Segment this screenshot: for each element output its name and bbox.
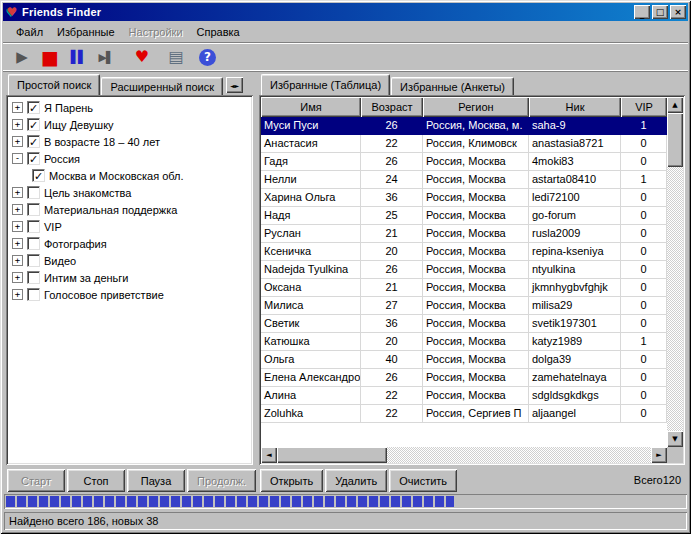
expand-toggle-icon[interactable]: + [12, 238, 23, 249]
close-button[interactable]: × [670, 5, 686, 19]
table-row[interactable]: Светик 36 Россия, Москва svetik197301 0 [261, 315, 667, 333]
horizontal-scrollbar[interactable]: ◄ ► [261, 447, 667, 463]
table-row[interactable]: Муси Пуси 26 Россия, Москва, м. saha-9 1 [261, 117, 667, 135]
menubar: Файл Избранные Настройки Справка [3, 22, 688, 42]
checkbox-icon[interactable] [27, 101, 40, 114]
minimize-icon: _ [640, 10, 645, 19]
menu-item[interactable]: Файл [9, 24, 50, 40]
start-search-icon[interactable]: ▶ [11, 46, 33, 68]
column-header[interactable]: Ник [529, 97, 621, 117]
tab-simple-search[interactable]: Простой поиск [8, 74, 100, 95]
table-row[interactable]: Анастасия 22 Россия, Климовск anastasia8… [261, 135, 667, 153]
checkbox-icon[interactable] [27, 135, 40, 148]
pause-search-icon[interactable]: ▌▌ [67, 46, 89, 68]
table-row[interactable]: Нелли 24 Россия, Москва astarta08410 1 [261, 171, 667, 189]
tree-item[interactable]: + Цель знакомства [8, 184, 251, 201]
stop-search-icon[interactable]: ■ [39, 46, 61, 68]
menu-item[interactable]: Справка [190, 24, 247, 40]
table-row[interactable]: Елена Александров 26 Россия, Москва zame… [261, 369, 667, 387]
column-header[interactable]: Регион [423, 97, 529, 117]
tree-item[interactable]: + Ищу Девушку [8, 116, 251, 133]
tree-item[interactable]: + VIP [8, 218, 251, 235]
table-control-button[interactable]: Очистить [389, 469, 457, 492]
checkbox-icon[interactable] [27, 118, 40, 131]
expand-toggle-icon[interactable]: + [12, 136, 23, 147]
menu-item[interactable]: Настройки [122, 24, 190, 40]
table-row[interactable]: Руслан 21 Россия, Москва rusla2009 0 [261, 225, 667, 243]
table-row[interactable]: Nadejda Tyulkina 26 Россия, Москва ntyul… [261, 261, 667, 279]
table-control-button[interactable]: Удалить [325, 469, 387, 492]
column-header[interactable]: VIP [621, 97, 667, 117]
scroll-down-icon[interactable]: ▼ [667, 431, 683, 447]
scroll-right-icon[interactable]: ► [651, 447, 667, 463]
expand-toggle-icon[interactable]: - [12, 153, 23, 164]
tree-item[interactable]: + Видео [8, 252, 251, 269]
horizontal-scroll-thumb[interactable] [277, 447, 387, 463]
profile-form-icon[interactable]: ▤ [165, 46, 187, 68]
checkbox-icon[interactable] [27, 271, 40, 284]
tree-item[interactable]: + Фотография [8, 235, 251, 252]
checkbox-icon[interactable] [27, 203, 40, 216]
menu-item[interactable]: Избранные [50, 24, 122, 40]
table-row[interactable]: Надя 25 Россия, Москва go-forum 0 [261, 207, 667, 225]
expand-toggle-icon[interactable]: + [12, 255, 23, 266]
titlebar: ♥ Friends Finder _ □ × [3, 3, 688, 21]
vertical-scroll-track[interactable] [667, 113, 683, 431]
table-row[interactable]: Ксеничка 20 Россия, Москва repina-kseniy… [261, 243, 667, 261]
search-control-button[interactable]: Старт [7, 469, 65, 492]
column-header[interactable]: Возраст [361, 97, 423, 117]
checkbox-icon[interactable] [27, 254, 40, 267]
vertical-scrollbar[interactable]: ▲ ▼ [667, 97, 683, 447]
table-row[interactable]: Zoluhka 22 Россия, Сергиев П aljaangel 0 [261, 405, 667, 423]
tab-favorites-profiles[interactable]: Избранные (Анкеты) [391, 77, 514, 95]
search-control-button[interactable]: Продолж. [187, 469, 256, 492]
table-row[interactable]: Милиса 27 Россия, Москва milisa29 0 [261, 297, 667, 315]
vertical-scroll-thumb[interactable] [667, 113, 683, 167]
tree-item[interactable]: + Я Парень [8, 99, 251, 116]
tree-item[interactable]: + Голосовое приветствие [8, 286, 251, 303]
table-row[interactable]: Оксана 21 Россия, Москва jkmnhygbvfghjk … [261, 279, 667, 297]
horizontal-scroll-track[interactable] [277, 447, 651, 463]
toolbar: ▶ ■ ▌▌ ▶▌ ♥ ▤ ? [3, 42, 688, 72]
checkbox-icon[interactable] [27, 288, 40, 301]
table-row[interactable]: Катюшка 20 Россия, Москва katyz1989 1 [261, 333, 667, 351]
search-control-button[interactable]: Стоп [67, 469, 125, 492]
table-row[interactable]: Харина Ольга 36 Россия, Москва ledi72100… [261, 189, 667, 207]
tree-item[interactable]: + В возрасте 18 – 40 лет [8, 133, 251, 150]
checkbox-icon[interactable] [32, 169, 45, 182]
tree-item[interactable]: + Интим за деньги [8, 269, 251, 286]
maximize-button[interactable]: □ [652, 5, 668, 19]
tab-favorites-table[interactable]: Избранные (Таблица) [261, 74, 390, 95]
help-icon[interactable]: ? [199, 49, 216, 66]
checkbox-icon[interactable] [27, 186, 40, 199]
table-row[interactable]: Ольга 40 Россия, Москва dolga39 0 [261, 351, 667, 369]
checkbox-icon[interactable] [27, 152, 40, 165]
expand-toggle-icon[interactable]: + [12, 187, 23, 198]
cell-region: Россия, Москва [423, 261, 529, 279]
column-header[interactable]: Имя [261, 97, 361, 117]
expand-toggle-icon[interactable]: + [12, 221, 23, 232]
scroll-left-icon[interactable]: ◄ [261, 447, 277, 463]
expand-toggle-icon[interactable]: + [12, 119, 23, 130]
cell-age: 26 [361, 153, 423, 171]
checkbox-icon[interactable] [27, 237, 40, 250]
table-control-button[interactable]: Открыть [260, 469, 323, 492]
search-control-button[interactable]: Пауза [127, 469, 185, 492]
resume-search-icon[interactable]: ▶▌ [95, 46, 117, 68]
expand-toggle-icon[interactable]: + [12, 272, 23, 283]
checkbox-icon[interactable] [27, 220, 40, 233]
table-row[interactable]: Гадя 26 Россия, Москва 4moki83 0 [261, 153, 667, 171]
minimize-button[interactable]: _ [634, 5, 650, 19]
table-row[interactable]: Алина 22 Россия, Москва sdgldsgkdkgs 0 [261, 387, 667, 405]
tree-item[interactable]: Москва и Московская обл. [8, 167, 251, 184]
tree-item[interactable]: - Россия [8, 150, 251, 167]
tree-item[interactable]: + Материальная поддержка [8, 201, 251, 218]
expand-toggle-icon[interactable]: + [12, 204, 23, 215]
expand-toggle-icon[interactable]: + [12, 102, 23, 113]
search-buttons-row: Старт Стоп Пауза Продолж. [7, 469, 256, 492]
scroll-up-icon[interactable]: ▲ [667, 97, 683, 113]
favorites-heart-icon[interactable]: ♥ [131, 46, 153, 68]
tab-advanced-search[interactable]: Расширенный поиск [101, 77, 223, 95]
expand-toggle-icon[interactable]: + [12, 289, 23, 300]
tab-scroll-button[interactable]: ◄► [226, 77, 243, 93]
